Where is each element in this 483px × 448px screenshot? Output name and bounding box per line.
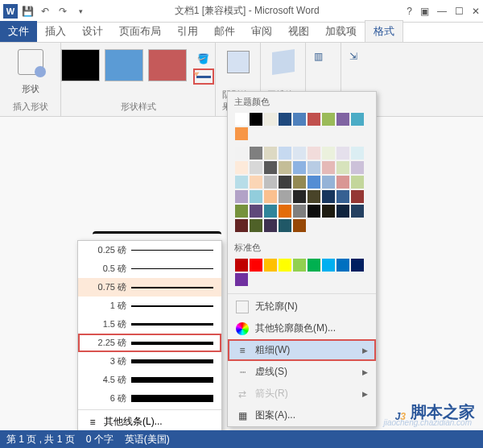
shape-fill-button[interactable]: 🪣 [193, 51, 214, 67]
save-icon[interactable]: 💾 [21, 5, 34, 18]
color-swatch[interactable] [293, 113, 306, 126]
color-swatch[interactable] [279, 176, 291, 189]
color-swatch[interactable] [293, 147, 306, 160]
status-page[interactable]: 第 1 页 , 共 1 页 [6, 433, 75, 446]
shape-outline-button[interactable] [193, 68, 214, 85]
color-swatch[interactable] [322, 190, 335, 203]
color-swatch[interactable] [264, 176, 277, 189]
color-swatch[interactable] [351, 176, 364, 189]
qat-dropdown-icon[interactable]: ▾ [74, 5, 87, 18]
color-swatch[interactable] [235, 190, 248, 203]
ribbon-options-icon[interactable]: ▣ [420, 6, 429, 17]
style-swatch-blue[interactable] [105, 49, 143, 81]
color-swatch[interactable] [279, 147, 291, 160]
weight-option[interactable]: 0.25 磅 [78, 241, 221, 259]
weight-option[interactable]: 3 磅 [78, 352, 221, 371]
color-swatch[interactable] [308, 161, 320, 174]
color-swatch[interactable] [235, 205, 248, 218]
close-icon[interactable]: ✕ [472, 6, 480, 17]
color-swatch[interactable] [279, 259, 291, 272]
color-swatch[interactable] [308, 147, 320, 160]
tab-view[interactable]: 视图 [280, 21, 317, 42]
color-swatch[interactable] [336, 205, 349, 218]
tab-file[interactable]: 文件 [0, 21, 37, 42]
size-icon[interactable]: ⇲ [349, 51, 369, 73]
color-swatch[interactable] [250, 205, 262, 218]
color-swatch[interactable] [235, 273, 248, 286]
color-swatch[interactable] [264, 190, 277, 203]
color-swatch[interactable] [250, 219, 262, 232]
tab-mailings[interactable]: 邮件 [206, 21, 243, 42]
color-swatch[interactable] [279, 219, 291, 232]
color-swatch[interactable] [293, 205, 306, 218]
color-swatch[interactable] [351, 147, 364, 160]
color-swatch[interactable] [322, 205, 335, 218]
tab-format[interactable]: 格式 [365, 20, 403, 42]
color-swatch[interactable] [308, 259, 320, 272]
weight-item[interactable]: ≡ 粗细(W) ▶ [228, 339, 376, 361]
threed-icon[interactable] [272, 49, 295, 75]
help-icon[interactable]: ? [407, 6, 412, 17]
maximize-icon[interactable]: ☐ [455, 6, 464, 17]
color-swatch[interactable] [322, 259, 335, 272]
color-swatch[interactable] [235, 127, 248, 140]
shapes-gallery-icon[interactable] [18, 49, 43, 75]
color-swatch[interactable] [279, 113, 291, 126]
color-swatch[interactable] [351, 161, 364, 174]
color-swatch[interactable] [279, 190, 291, 203]
color-swatch[interactable] [322, 113, 335, 126]
status-word-count[interactable]: 0 个字 [86, 433, 114, 446]
weight-option[interactable]: 4.5 磅 [78, 371, 221, 389]
color-swatch[interactable] [336, 259, 349, 272]
color-swatch[interactable] [235, 161, 248, 174]
color-swatch[interactable] [351, 190, 364, 203]
color-swatch[interactable] [351, 259, 364, 272]
color-swatch[interactable] [250, 176, 262, 189]
color-swatch[interactable] [308, 113, 320, 126]
shadow-icon[interactable] [227, 51, 250, 73]
style-swatch-red[interactable] [148, 49, 187, 81]
weight-option[interactable]: 0.5 磅 [78, 259, 221, 278]
color-swatch[interactable] [250, 259, 262, 272]
more-colors-item[interactable]: 其他轮廓颜色(M)... [228, 317, 376, 339]
color-swatch[interactable] [235, 147, 248, 160]
color-swatch[interactable] [322, 147, 335, 160]
undo-icon[interactable]: ↶ [39, 5, 52, 18]
color-swatch[interactable] [250, 190, 262, 203]
color-swatch[interactable] [308, 190, 320, 203]
weight-option[interactable]: 2.25 磅 [78, 334, 221, 352]
color-swatch[interactable] [336, 161, 349, 174]
color-swatch[interactable] [293, 190, 306, 203]
color-swatch[interactable] [293, 176, 306, 189]
minimize-icon[interactable]: — [437, 6, 447, 17]
dashes-item[interactable]: ┈ 虚线(S) ▶ [228, 361, 376, 383]
color-swatch[interactable] [351, 113, 364, 126]
status-language[interactable]: 英语(美国) [125, 433, 170, 446]
color-swatch[interactable] [293, 259, 306, 272]
color-swatch[interactable] [322, 161, 335, 174]
tab-layout[interactable]: 页面布局 [111, 21, 169, 42]
tab-design[interactable]: 设计 [74, 21, 111, 42]
color-swatch[interactable] [264, 161, 277, 174]
redo-icon[interactable]: ↷ [56, 5, 69, 18]
color-swatch[interactable] [279, 161, 291, 174]
color-swatch[interactable] [235, 259, 248, 272]
weight-option[interactable]: 6 磅 [78, 389, 221, 408]
color-swatch[interactable] [264, 147, 277, 160]
weight-option[interactable]: 1 磅 [78, 297, 221, 315]
color-swatch[interactable] [336, 147, 349, 160]
color-swatch[interactable] [235, 219, 248, 232]
weight-option[interactable]: 1.5 磅 [78, 315, 221, 334]
color-swatch[interactable] [250, 113, 262, 126]
color-swatch[interactable] [279, 205, 291, 218]
tab-insert[interactable]: 插入 [37, 21, 74, 42]
color-swatch[interactable] [336, 113, 349, 126]
color-swatch[interactable] [322, 176, 335, 189]
tab-addins[interactable]: 加载项 [317, 21, 365, 42]
color-swatch[interactable] [235, 176, 248, 189]
color-swatch[interactable] [308, 205, 320, 218]
no-outline-item[interactable]: 无轮廓(N) [228, 296, 376, 317]
color-swatch[interactable] [293, 161, 306, 174]
weight-option[interactable]: 0.75 磅 [78, 278, 221, 297]
pattern-item[interactable]: ▦ 图案(A)... [228, 404, 376, 426]
